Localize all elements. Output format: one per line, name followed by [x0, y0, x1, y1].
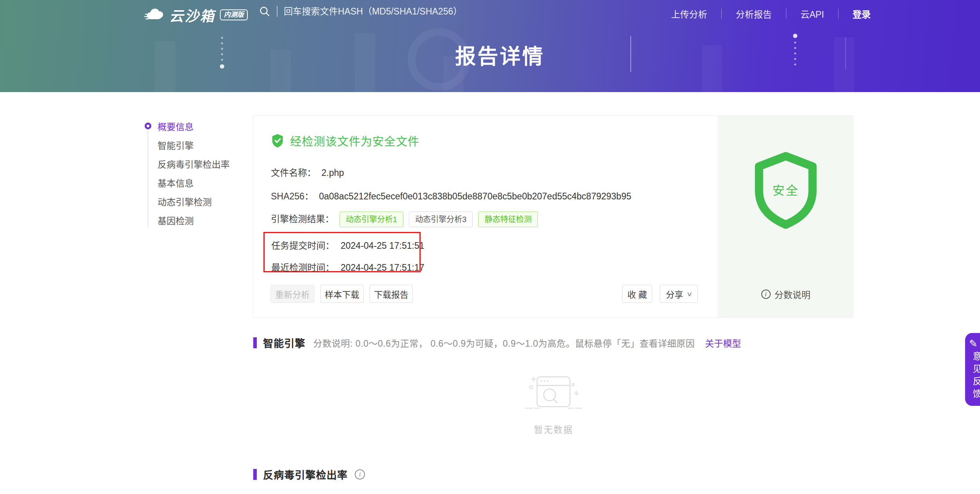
- nav-divider: [721, 9, 722, 19]
- ai-engine-section-header: 智能引擎 分数说明: 0.0～0.6为正常， 0.6～0.9为可疑，0.9～1.…: [253, 335, 741, 350]
- file-name-label: 文件名称：: [271, 168, 316, 178]
- top-nav-links: 上传分析 分析报告 云API 登录: [670, 7, 871, 20]
- engine-tag[interactable]: 静态特征检测: [478, 212, 538, 227]
- score-help-label: 分数说明: [775, 288, 811, 301]
- section-accent-bar: [253, 469, 257, 480]
- report-download-button[interactable]: 下载报告: [370, 285, 413, 303]
- av-engine-section-header: 反病毒引擎检出率 i: [253, 467, 365, 481]
- hero-banner: 云沙箱 内测版 上传分析 分析报告 云API: [0, 0, 980, 92]
- shield-verdict-text: 安全: [718, 181, 854, 198]
- last-check-time-label: 最近检测时间：: [271, 262, 334, 273]
- hash-search-bar[interactable]: [259, 5, 464, 17]
- ai-engine-empty-state: 暂无数据: [253, 373, 854, 436]
- search-divider: [277, 6, 278, 17]
- cloud-logo-icon: [144, 7, 165, 22]
- reanalyze-button[interactable]: 重新分析: [270, 285, 314, 303]
- verdict-panel: 安全 i 分数说明: [718, 116, 854, 317]
- brand-name: 云沙箱: [169, 5, 215, 25]
- nav-divider: [838, 9, 838, 19]
- sidebar-active-bullet: [145, 123, 151, 129]
- nav-cloud-api[interactable]: 云API: [800, 7, 825, 20]
- feedback-label: 意见反馈: [970, 351, 980, 402]
- last-check-time-value: 2024-04-25 17:51:17: [341, 262, 425, 273]
- no-data-text: 暂无数据: [253, 422, 854, 436]
- file-name-value: 2.php: [321, 168, 344, 178]
- report-detail-page: 云沙箱 内测版 上传分析 分析报告 云API: [0, 0, 980, 494]
- sidebar-item-gene-detection[interactable]: 基因检测: [158, 215, 194, 227]
- page-title: 报告详情: [0, 40, 980, 70]
- nav-upload-analysis[interactable]: 上传分析: [670, 7, 708, 20]
- sidebar-item-av-detection-rate[interactable]: 反病毒引擎检出率: [158, 159, 230, 170]
- file-name-row: 文件名称：2.php: [271, 165, 344, 179]
- nav-login[interactable]: 登录: [852, 7, 871, 20]
- sha256-row: SHA256：0a08ac5212fec5ecef0e013c838b05de8…: [271, 189, 632, 202]
- annotation-red-box: 任务提交时间：2024-04-25 17:51:51 最近检测时间：2024-0…: [263, 232, 421, 272]
- brand-logo[interactable]: 云沙箱 内测版: [144, 5, 248, 25]
- submit-time-row: 任务提交时间：2024-04-25 17:51:51: [271, 238, 425, 252]
- engine-tag[interactable]: 动态引擎分析3: [409, 212, 473, 227]
- ai-engine-description: 分数说明: 0.0～0.6为正常， 0.6～0.9为可疑，0.9～1.0为高危。…: [313, 336, 695, 349]
- info-icon: i: [761, 290, 771, 299]
- favorite-button[interactable]: 收 藏: [622, 285, 652, 303]
- engine-tag[interactable]: 动态引擎分析1: [339, 212, 403, 227]
- shield-check-icon: [271, 134, 284, 148]
- share-button[interactable]: 分享 ∨: [660, 285, 698, 303]
- sidebar-item-basic-info[interactable]: 基本信息: [158, 177, 194, 189]
- verdict-title: 经检测该文件为安全文件: [290, 132, 419, 149]
- search-icon[interactable]: [259, 5, 270, 17]
- info-icon[interactable]: i: [355, 469, 365, 480]
- overview-card: 经检测该文件为安全文件 文件名称：2.php SHA256：0a08ac5212…: [253, 116, 854, 318]
- engine-result-row: 引擎检测结果：动态引擎分析1动态引擎分析3静态特征检测: [271, 212, 538, 227]
- sha256-value: 0a08ac5212fec5ecef0e013c838b05de8870e8c5…: [319, 191, 632, 201]
- sidebar-item-overview[interactable]: 概要信息: [158, 121, 194, 133]
- share-label: 分享: [666, 288, 683, 300]
- section-accent-bar: [253, 337, 257, 348]
- about-model-link[interactable]: 关于模型: [705, 336, 741, 349]
- verdict-row: 经检测该文件为安全文件: [271, 132, 419, 149]
- no-data-icon: [522, 373, 585, 418]
- nav-divider: [786, 9, 786, 19]
- nav-analysis-reports[interactable]: 分析报告: [735, 7, 773, 20]
- submit-time-label: 任务提交时间：: [271, 241, 334, 251]
- av-engine-title: 反病毒引擎检出率: [263, 467, 348, 481]
- last-check-time-row: 最近检测时间：2024-04-25 17:51:17: [271, 260, 425, 273]
- ai-engine-title: 智能引擎: [263, 335, 305, 350]
- sha256-label: SHA256：: [271, 191, 314, 201]
- pen-feedback-icon: ✎: [969, 338, 980, 350]
- search-input[interactable]: [284, 6, 464, 17]
- score-help-link[interactable]: i 分数说明: [718, 288, 854, 301]
- engine-result-label: 引擎检测结果：: [271, 214, 334, 224]
- feedback-tab[interactable]: ✎ 意见反馈: [965, 333, 980, 406]
- sidebar-rail: [147, 121, 148, 227]
- submit-time-value: 2024-04-25 17:51:51: [341, 241, 425, 251]
- sidebar-item-ai-engine[interactable]: 智能引擎: [158, 140, 194, 152]
- top-navbar: 云沙箱 内测版 上传分析 分析报告 云API: [0, 0, 980, 28]
- beta-badge: 内测版: [220, 9, 248, 20]
- chevron-down-icon: ∨: [686, 290, 692, 298]
- sample-download-button[interactable]: 样本下载: [320, 285, 364, 303]
- sidebar-item-dynamic-engine[interactable]: 动态引擎检测: [158, 196, 212, 208]
